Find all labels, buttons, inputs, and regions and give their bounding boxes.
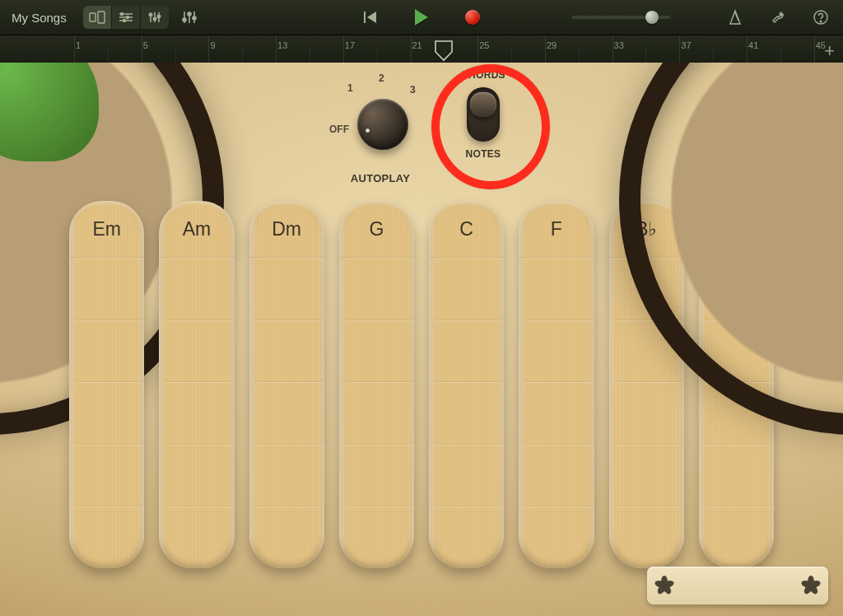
chord-strip-segment[interactable] <box>74 445 144 507</box>
chord-strip-segment[interactable] <box>434 320 504 383</box>
chord-strip-segment[interactable] <box>164 382 234 445</box>
chord-strip-segment[interactable] <box>434 506 504 568</box>
chord-strip[interactable]: Dm <box>249 201 324 568</box>
chords-notes-switch[interactable] <box>467 87 500 142</box>
chord-label: Am <box>159 201 234 258</box>
autoplay-knob[interactable] <box>357 99 408 150</box>
add-section-button[interactable]: + <box>824 40 835 62</box>
chord-strip-segment[interactable] <box>164 506 234 568</box>
chord-strip-segment[interactable] <box>434 445 504 507</box>
ruler-label: 13 <box>277 40 287 50</box>
autoplay-pos-1: 1 <box>347 82 353 94</box>
top-toolbar: My Songs <box>0 0 843 35</box>
play-icon <box>415 9 428 26</box>
view-mixer-button[interactable] <box>140 6 169 29</box>
volume-thumb[interactable] <box>645 11 659 24</box>
toolbar-right <box>720 0 836 35</box>
chord-strip-segment[interactable] <box>704 258 774 320</box>
chord-strip-segment[interactable] <box>74 258 144 320</box>
chord-strip-segment[interactable] <box>344 258 414 320</box>
metronome-icon <box>727 9 743 26</box>
chord-label: C <box>429 201 504 258</box>
chord-strip-segment[interactable] <box>704 506 774 568</box>
chord-strip-segment[interactable] <box>164 445 234 507</box>
settings-button[interactable] <box>766 5 790 30</box>
chord-strip-segment[interactable] <box>74 506 144 568</box>
chord-strip-segment[interactable] <box>434 382 504 445</box>
view-tracks-button[interactable] <box>111 6 140 29</box>
chord-strip-segment[interactable] <box>614 320 684 383</box>
svg-marker-21 <box>367 12 376 23</box>
chord-strip-segment[interactable] <box>254 506 324 568</box>
play-button[interactable] <box>409 5 434 30</box>
chord-strip[interactable]: G <box>339 201 414 568</box>
chord-strip-segment[interactable] <box>524 506 594 568</box>
chord-strip-segment[interactable] <box>254 445 324 507</box>
chord-strip-segment[interactable] <box>164 320 234 383</box>
chord-strip-segment[interactable] <box>344 320 414 383</box>
chord-strip-segment[interactable] <box>614 506 684 568</box>
timeline-ruler[interactable]: + 159131721252933374145 <box>0 35 843 64</box>
chord-strip-segment[interactable] <box>704 320 774 383</box>
chord-strip-segment[interactable] <box>524 320 594 383</box>
soundhole-rosette-right-icon <box>802 576 820 595</box>
chord-strip-segment[interactable] <box>524 382 594 445</box>
svg-rect-12 <box>153 18 156 20</box>
chord-strip[interactable]: Am <box>159 201 234 568</box>
master-volume-slider[interactable] <box>571 0 670 35</box>
sound-picker-chip[interactable] <box>647 567 828 604</box>
chord-strip-segment[interactable] <box>524 445 594 507</box>
ruler-label: 5 <box>143 40 148 50</box>
autoplay-pos-2: 2 <box>379 72 384 84</box>
decoration-leaf-right <box>744 63 843 161</box>
chord-strip-segment[interactable] <box>434 258 504 320</box>
ruler-label: 45 <box>816 40 826 50</box>
instrument-controls: OFF 1 2 3 AUTOPLAY CHORDS NOTES <box>290 66 553 198</box>
autoplay-label: AUTOPLAY <box>323 172 438 184</box>
chord-label: F <box>519 201 594 258</box>
fx-button[interactable] <box>177 5 202 30</box>
chord-strip-segment[interactable] <box>344 445 414 507</box>
ruler-label: 37 <box>681 40 691 50</box>
chord-strip[interactable]: F <box>519 201 594 568</box>
record-button[interactable] <box>460 5 485 30</box>
ruler-label: 17 <box>345 40 355 50</box>
sliders-icon <box>181 10 198 25</box>
my-songs-button[interactable]: My Songs <box>0 11 78 25</box>
chord-strip-segment[interactable] <box>344 382 414 445</box>
svg-point-25 <box>820 21 822 22</box>
help-button[interactable] <box>808 5 833 30</box>
svg-rect-1 <box>98 12 105 23</box>
chord-strip-segment[interactable] <box>164 258 234 320</box>
svg-rect-0 <box>90 13 95 21</box>
chord-strip[interactable]: B♭ <box>609 201 684 568</box>
ruler-label: 9 <box>210 40 215 50</box>
view-instrument-button[interactable] <box>83 6 111 29</box>
chord-strip-segment[interactable] <box>74 382 144 445</box>
chord-strip-segment[interactable] <box>254 258 324 320</box>
metronome-button[interactable] <box>723 5 748 30</box>
instrument-surface: OFF 1 2 3 AUTOPLAY CHORDS NOTES EmAmDmGC… <box>0 63 843 616</box>
view-mode-segment <box>83 6 169 29</box>
chord-strip-segment[interactable] <box>614 445 684 507</box>
chord-strip-segment[interactable] <box>254 320 324 383</box>
chord-strip[interactable]: C <box>429 201 504 568</box>
svg-rect-20 <box>364 12 366 23</box>
chord-strip-segment[interactable] <box>524 258 594 320</box>
svg-rect-13 <box>157 16 160 17</box>
chord-strip-segment[interactable] <box>614 382 684 445</box>
switch-top-label: CHORDS <box>446 69 520 81</box>
go-to-start-button[interactable] <box>358 5 383 30</box>
chord-strip-segment[interactable] <box>74 320 144 383</box>
transport-controls <box>355 0 488 35</box>
chords-notes-switch-group: CHORDS NOTES <box>446 69 520 160</box>
chord-strip[interactable]: Em <box>69 201 144 568</box>
chord-strip-segment[interactable] <box>614 258 684 320</box>
ruler-label: 21 <box>412 40 422 50</box>
chord-strip-segment[interactable] <box>254 382 324 445</box>
chord-strip[interactable]: Bdim <box>699 201 774 568</box>
ruler-label: 33 <box>614 40 624 50</box>
chord-strip-segment[interactable] <box>344 506 414 568</box>
chord-strip-segment[interactable] <box>704 445 774 507</box>
chord-strip-segment[interactable] <box>704 382 774 445</box>
